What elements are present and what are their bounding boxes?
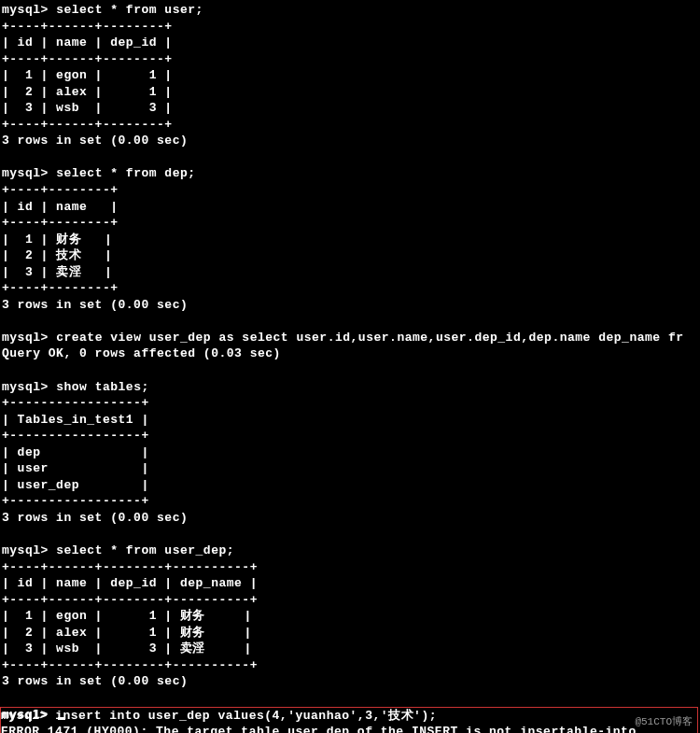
prompt-line: mysql> insert into user_dep values(4,'yu… bbox=[1, 708, 697, 725]
sql-query: show tables; bbox=[56, 380, 149, 394]
table-row: | 3 | wsb | 3 | 卖淫 | bbox=[2, 641, 700, 657]
sql-query: select * from user_dep; bbox=[56, 543, 234, 557]
table-row: | 1 | egon | 1 | 财务 | bbox=[2, 608, 700, 625]
table-border: +----+------+--------+----------+ bbox=[2, 592, 700, 609]
table-row: | 3 | 卖淫 | bbox=[2, 264, 700, 281]
table-border: +-----------------+ bbox=[2, 428, 700, 444]
rows-count: 3 rows in set (0.00 sec) bbox=[2, 673, 700, 690]
table-border: +----+------+--------+----------+ bbox=[2, 559, 700, 576]
table-header: | Tables_in_test1 | bbox=[2, 412, 700, 429]
sql-query: select * from user; bbox=[56, 3, 203, 17]
table-row: | 1 | egon | 1 | bbox=[2, 67, 700, 84]
prompt-line: mysql> show tables; bbox=[2, 379, 700, 396]
prompt-line: mysql> select * from user; bbox=[2, 2, 700, 19]
table-border: +----+--------+ bbox=[2, 280, 700, 297]
error-highlight-box: mysql> insert into user_dep values(4,'yu… bbox=[0, 707, 698, 733]
table-border: +----+--------+ bbox=[2, 182, 700, 199]
watermark: @51CTO博客 bbox=[635, 715, 693, 729]
table-row: | 2 | alex | 1 | 财务 | bbox=[2, 625, 700, 641]
table-header: | id | name | dep_id | dep_name | bbox=[2, 575, 700, 592]
prompt: mysql> bbox=[2, 380, 49, 394]
sql-query: create view user_dep as select user.id,u… bbox=[56, 331, 683, 345]
table-border: +----+------+--------+ bbox=[2, 51, 700, 68]
table-border: +----+------+--------+ bbox=[2, 19, 700, 35]
rows-count: 3 rows in set (0.00 sec) bbox=[2, 133, 700, 149]
prompt: mysql> bbox=[2, 3, 49, 17]
error-message: ERROR 1471 (HY000): The target table use… bbox=[1, 724, 697, 733]
table-border: +-----------------+ bbox=[2, 395, 700, 412]
table-border: +-----------------+ bbox=[2, 493, 700, 510]
prompt: mysql> bbox=[1, 709, 48, 723]
prompt: mysql> bbox=[2, 331, 49, 345]
query-ok: Query OK, 0 rows affected (0.03 sec) bbox=[2, 345, 700, 362]
prompt: mysql> bbox=[2, 166, 49, 180]
table-row: | user | bbox=[2, 460, 700, 477]
prompt-line: mysql> select * from user_dep; bbox=[2, 543, 700, 559]
table-header: | id | name | bbox=[2, 199, 700, 216]
table-row: | 3 | wsb | 3 | bbox=[2, 100, 700, 117]
table-header: | id | name | dep_id | bbox=[2, 35, 700, 51]
table-row: | 2 | alex | 1 | bbox=[2, 84, 700, 101]
rows-count: 3 rows in set (0.00 sec) bbox=[2, 297, 700, 314]
sql-query: insert into user_dep values(4,'yuanhao',… bbox=[55, 709, 437, 723]
table-row: | 2 | 技术 | bbox=[2, 247, 700, 264]
table-row: | dep | bbox=[2, 444, 700, 461]
sql-query: select * from dep; bbox=[56, 166, 195, 180]
table-row: | user_dep | bbox=[2, 477, 700, 494]
table-border: +----+--------+ bbox=[2, 215, 700, 232]
terminal-output: mysql> select * from user; +----+------+… bbox=[2, 2, 700, 723]
rows-count: 3 rows in set (0.00 sec) bbox=[2, 510, 700, 527]
table-row: | 1 | 财务 | bbox=[2, 232, 700, 248]
prompt-line: mysql> select * from dep; bbox=[2, 165, 700, 182]
prompt-line: mysql> create view user_dep as select us… bbox=[2, 330, 700, 346]
prompt: mysql> bbox=[2, 543, 49, 557]
table-border: +----+------+--------+ bbox=[2, 117, 700, 134]
table-border: +----+------+--------+----------+ bbox=[2, 657, 700, 674]
